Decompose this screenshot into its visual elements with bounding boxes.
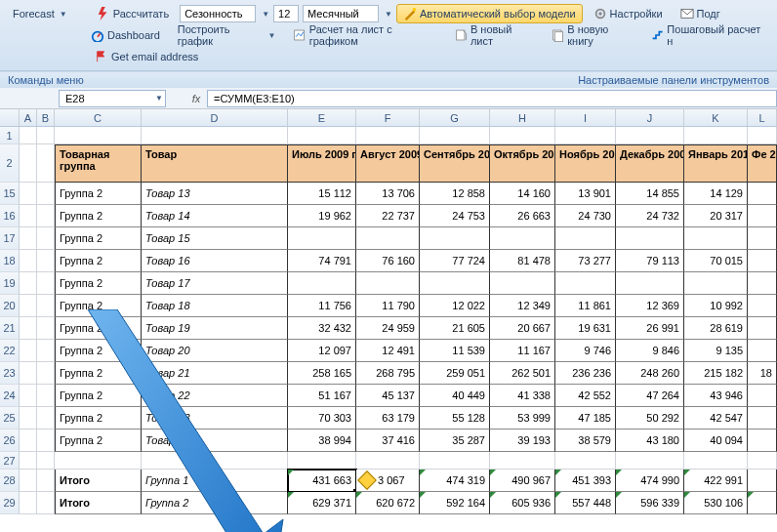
chevron-down-icon[interactable]: ▼ (385, 10, 392, 19)
cell[interactable]: 215 182 (684, 362, 748, 385)
cell[interactable]: 26 991 (616, 317, 684, 340)
cell[interactable]: 39 193 (490, 430, 555, 452)
calc-sheet-button[interactable]: Расчет на лист с графиком (286, 25, 443, 45)
dashboard-button[interactable]: Dashboard (84, 25, 167, 45)
cell[interactable] (420, 272, 490, 295)
cell[interactable]: Группа 2 (142, 492, 288, 514)
col-header[interactable]: F (356, 109, 420, 126)
cell[interactable]: 19 631 (555, 317, 616, 340)
cell[interactable]: 9 846 (616, 340, 684, 362)
cell[interactable] (37, 452, 55, 470)
forecast-dropdown[interactable]: Forecast ▼ (6, 4, 74, 23)
formula-input[interactable]: =СУММ(E3:E10) (207, 90, 777, 107)
cell[interactable]: 236 236 (555, 362, 616, 385)
cell[interactable] (37, 144, 55, 183)
fx-label[interactable]: fx (185, 93, 207, 104)
cell[interactable]: 74 791 (288, 250, 356, 272)
col-header[interactable]: C (55, 109, 142, 126)
cell[interactable] (37, 430, 55, 452)
cell[interactable]: 605 936 (490, 492, 555, 514)
cell[interactable]: Группа 2 (55, 430, 142, 452)
cell[interactable] (356, 127, 420, 144)
cell[interactable]: 530 106 (684, 492, 748, 514)
cell[interactable] (20, 340, 37, 362)
row-header[interactable]: 17 (0, 227, 20, 250)
cell[interactable]: 24 753 (420, 205, 490, 227)
cell[interactable] (288, 272, 356, 295)
row-header[interactable]: 27 (0, 452, 20, 470)
cell[interactable] (37, 183, 55, 205)
cell[interactable]: 21 605 (420, 317, 490, 340)
cell[interactable]: Товар 15 (142, 227, 288, 250)
cell[interactable]: 24 732 (616, 205, 684, 227)
cell[interactable]: Группа 2 (55, 295, 142, 317)
cell[interactable] (356, 227, 420, 250)
cell[interactable] (748, 452, 777, 470)
cell[interactable]: 63 179 (356, 407, 420, 430)
cell[interactable] (748, 272, 777, 295)
cell[interactable] (20, 362, 37, 385)
selected-cell[interactable]: 431 663 (288, 470, 356, 492)
cell[interactable]: 40 449 (420, 385, 490, 407)
cell[interactable] (20, 250, 37, 272)
cell[interactable] (748, 205, 777, 227)
row-header[interactable]: 23 (0, 362, 20, 385)
cell[interactable]: 629 371 (288, 492, 356, 514)
row-header[interactable]: 21 (0, 317, 20, 340)
row-header[interactable]: 26 (0, 430, 20, 452)
cell[interactable]: 9 746 (555, 340, 616, 362)
season-value-input[interactable] (273, 5, 299, 22)
cell[interactable] (748, 317, 777, 340)
cell[interactable]: 592 164 (420, 492, 490, 514)
cell[interactable] (748, 492, 777, 514)
cell[interactable]: Группа 2 (55, 227, 142, 250)
cell[interactable] (748, 183, 777, 205)
cell[interactable] (20, 385, 37, 407)
cell[interactable] (37, 272, 55, 295)
cell[interactable]: 596 339 (616, 492, 684, 514)
cell[interactable]: 53 999 (490, 407, 555, 430)
cell[interactable] (20, 183, 37, 205)
cell[interactable]: 37 416 (356, 430, 420, 452)
cell[interactable]: 28 619 (684, 317, 748, 340)
row-header[interactable]: 15 (0, 183, 20, 205)
calc-button[interactable]: Рассчитать (90, 4, 176, 23)
cell[interactable]: 474 319 (420, 470, 490, 492)
settings-button[interactable]: Настройки (587, 4, 670, 23)
col-header[interactable]: I (555, 109, 616, 126)
cell[interactable] (20, 407, 37, 430)
cell[interactable]: 258 165 (288, 362, 356, 385)
cell[interactable]: Группа 2 (55, 317, 142, 340)
cell[interactable]: 259 051 (420, 362, 490, 385)
cell[interactable]: 26 663 (490, 205, 555, 227)
select-all-corner[interactable] (0, 109, 20, 126)
cell[interactable] (684, 452, 748, 470)
cell[interactable]: 22 737 (356, 205, 420, 227)
cell[interactable] (748, 385, 777, 407)
cell[interactable]: 262 501 (490, 362, 555, 385)
cell[interactable]: 51 167 (288, 385, 356, 407)
cell[interactable] (490, 227, 555, 250)
row-header[interactable]: 29 (0, 492, 20, 514)
row-header[interactable]: 16 (0, 205, 20, 227)
step-calc-button[interactable]: Пошаговый расчет н (644, 25, 771, 45)
spreadsheet-grid[interactable]: A B C D E F G H I J K L 1 2 Товарнаягруп… (0, 109, 777, 514)
cell[interactable]: Товар 14 (142, 205, 288, 227)
chevron-down-icon[interactable]: ▼ (262, 10, 269, 19)
cell[interactable] (748, 295, 777, 317)
row-header[interactable]: 28 (0, 470, 20, 492)
cell[interactable]: 15 112 (288, 183, 356, 205)
cell[interactable] (555, 452, 616, 470)
cell[interactable] (748, 227, 777, 250)
cell[interactable]: 422 991 (684, 470, 748, 492)
cell[interactable] (356, 272, 420, 295)
cell[interactable] (37, 227, 55, 250)
col-header[interactable]: D (142, 109, 288, 126)
cell[interactable] (20, 470, 37, 492)
cell[interactable] (684, 272, 748, 295)
cell[interactable]: 19 962 (288, 205, 356, 227)
cell[interactable]: Группа 2 (55, 183, 142, 205)
menu-commands-label[interactable]: Команды меню (8, 74, 84, 86)
col-header[interactable]: A (20, 109, 37, 126)
cell[interactable]: 42 552 (555, 385, 616, 407)
